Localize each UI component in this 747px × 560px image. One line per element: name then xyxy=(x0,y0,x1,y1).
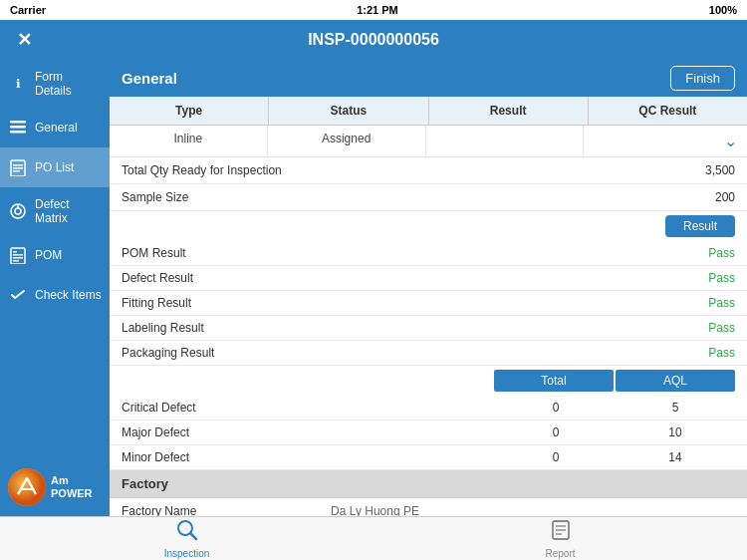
defect-row-2: Minor Defect014 xyxy=(110,445,747,470)
logo-icon xyxy=(8,468,46,506)
defect-matrix-icon xyxy=(8,201,28,221)
sidebar-item-label: Defect Matrix xyxy=(35,197,102,225)
form-details-icon: ℹ xyxy=(8,74,28,94)
svg-rect-4 xyxy=(13,164,23,166)
check-items-icon xyxy=(8,285,28,305)
defect-total-2: 0 xyxy=(496,450,616,464)
pass-value-1: Pass xyxy=(708,271,735,285)
sidebar-item-defect-matrix[interactable]: Defect Matrix xyxy=(0,187,110,235)
sidebar-item-pom[interactable]: POM xyxy=(0,235,110,275)
cell-status: Assigned xyxy=(268,126,426,156)
svg-line-17 xyxy=(190,533,196,539)
sidebar: ℹ Form Details General PO List Defect Ma… xyxy=(0,60,110,516)
pass-label-0: POM Result xyxy=(122,246,708,260)
col-status: Status xyxy=(269,97,428,125)
main-header: General Finish xyxy=(110,60,747,97)
app-header: ✕ INSP-0000000056 xyxy=(0,20,747,60)
result-button[interactable]: Result xyxy=(665,215,735,237)
carrier-label: Carrier xyxy=(10,4,46,16)
svg-rect-1 xyxy=(10,126,26,129)
factory-fields: Factory NameDa Ly Huong PEFactory Addres… xyxy=(110,498,747,516)
pass-label-4: Packaging Result xyxy=(122,346,708,360)
pom-icon xyxy=(8,245,28,265)
header-title: INSP-0000000056 xyxy=(308,31,439,49)
table-header: Type Status Result QC Result xyxy=(110,97,747,126)
factory-field-value-0: Da Ly Huong PE xyxy=(321,504,735,516)
defect-label-2: Minor Defect xyxy=(122,450,496,464)
pass-label-3: Labeling Result xyxy=(122,321,708,335)
tab-report[interactable]: Report xyxy=(374,517,747,560)
factory-field-0: Factory NameDa Ly Huong PE xyxy=(110,498,747,516)
svg-rect-0 xyxy=(10,121,26,124)
factory-section-header: Factory xyxy=(110,470,747,498)
defect-row-0: Critical Defect05 xyxy=(110,396,747,420)
svg-rect-14 xyxy=(13,260,19,262)
general-icon xyxy=(8,118,28,138)
tab-inspection[interactable]: Inspection xyxy=(0,517,374,560)
svg-rect-2 xyxy=(10,131,26,134)
sidebar-item-check-items[interactable]: Check Items xyxy=(0,275,110,315)
pass-label-2: Fitting Result xyxy=(122,296,708,310)
sidebar-item-label: Form Details xyxy=(35,70,102,98)
sidebar-item-label: POM xyxy=(35,248,62,262)
qty-row: Total Qty Ready for Inspection 3,500 xyxy=(110,157,747,184)
svg-rect-10 xyxy=(11,248,25,264)
pass-label-1: Defect Result xyxy=(122,271,708,285)
po-list-icon xyxy=(8,157,28,177)
sidebar-item-po-list[interactable]: PO List xyxy=(0,147,110,187)
time-label: 1:21 PM xyxy=(357,4,398,16)
svg-point-8 xyxy=(15,208,21,214)
result-header-row: Result xyxy=(110,211,747,241)
sidebar-item-label: Check Items xyxy=(35,288,102,302)
defect-rows: Critical Defect05Major Defect010Minor De… xyxy=(110,396,747,470)
sidebar-item-general[interactable]: General xyxy=(0,108,110,147)
factory-field-label-0: Factory Name xyxy=(122,504,321,516)
battery-label: 100% xyxy=(709,4,737,16)
cell-result xyxy=(426,126,585,156)
svg-rect-12 xyxy=(13,254,23,256)
sidebar-item-label: General xyxy=(35,121,78,135)
main-content: General Finish Type Status Result QC Res… xyxy=(110,60,747,516)
main-tab-title: General xyxy=(122,70,177,87)
defect-total-1: 0 xyxy=(496,425,616,439)
app-body: ℹ Form Details General PO List Defect Ma… xyxy=(0,60,747,516)
chevron-down-icon: ⌄ xyxy=(724,132,737,150)
sidebar-item-label: PO List xyxy=(35,160,74,174)
inspection-icon xyxy=(176,519,198,546)
cell-qc-result[interactable]: ⌄ xyxy=(584,126,747,156)
col-qc-result: QC Result xyxy=(589,97,747,125)
sidebar-logo: Am POWER xyxy=(0,458,110,516)
defect-label-1: Major Defect xyxy=(122,425,496,439)
pass-rows: POM ResultPassDefect ResultPassFitting R… xyxy=(110,241,747,366)
defect-row-1: Major Defect010 xyxy=(110,420,747,445)
pass-row-3: Labeling ResultPass xyxy=(110,316,747,341)
defect-label-0: Critical Defect xyxy=(122,401,496,415)
pass-row-4: Packaging ResultPass xyxy=(110,341,747,366)
pass-value-2: Pass xyxy=(708,296,735,310)
sample-row: Sample Size 200 xyxy=(110,184,747,211)
close-button[interactable]: ✕ xyxy=(12,28,36,52)
defect-total-0: 0 xyxy=(496,401,616,415)
defect-col-total: Total xyxy=(494,370,614,392)
sidebar-item-form-details[interactable]: ℹ Form Details xyxy=(0,60,110,108)
pass-value-4: Pass xyxy=(708,346,735,360)
pass-value-3: Pass xyxy=(708,321,735,335)
qty-value: 3,500 xyxy=(321,163,735,177)
status-bar: Carrier 1:21 PM 100% xyxy=(0,0,747,20)
defect-col-aql: AQL xyxy=(616,370,735,392)
cell-type: Inline xyxy=(110,126,268,156)
sample-value: 200 xyxy=(321,190,735,204)
tab-bar: Inspection Report xyxy=(0,516,747,560)
svg-rect-11 xyxy=(13,251,17,253)
pass-value-0: Pass xyxy=(708,246,735,260)
logo-text: Am POWER xyxy=(51,474,93,500)
tab-report-label: Report xyxy=(545,548,575,559)
pass-row-2: Fitting ResultPass xyxy=(110,291,747,316)
finish-button[interactable]: Finish xyxy=(670,66,735,91)
qty-label: Total Qty Ready for Inspection xyxy=(122,163,321,177)
tab-inspection-label: Inspection xyxy=(164,548,210,559)
table-row[interactable]: Inline Assigned ⌄ xyxy=(110,126,747,157)
pass-row-0: POM ResultPass xyxy=(110,241,747,266)
svg-point-15 xyxy=(8,468,46,506)
col-type: Type xyxy=(110,97,269,125)
